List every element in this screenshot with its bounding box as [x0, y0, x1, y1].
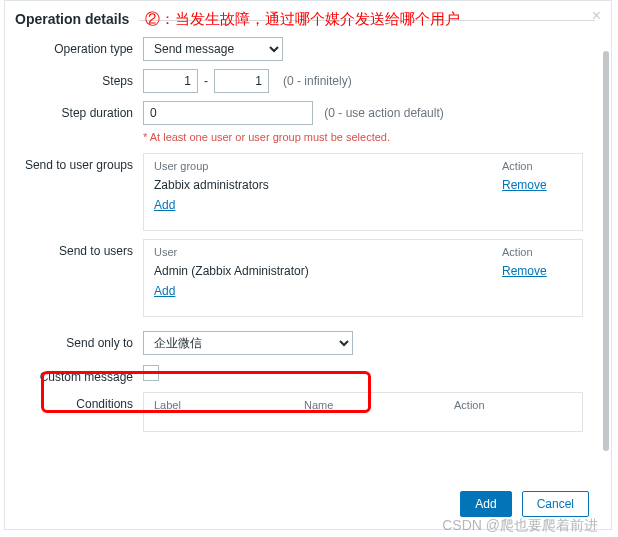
table-row: Admin (Zabbix Administrator) Remove — [154, 264, 572, 278]
user-groups-head: User group Action — [154, 160, 572, 172]
cond-head-label: Label — [154, 399, 304, 411]
ug-add-row: Add — [154, 198, 572, 212]
user-groups-table: User group Action Zabbix administrators … — [143, 153, 583, 231]
u-add-row: Add — [154, 284, 572, 298]
u-head-action: Action — [502, 246, 572, 258]
steps-dash: - — [204, 74, 208, 88]
send-only-to-select[interactable]: 企业微信 — [143, 331, 353, 355]
label-operation-type: Operation type — [15, 37, 143, 56]
label-send-only-to: Send only to — [15, 331, 143, 350]
u-add-link[interactable]: Add — [154, 284, 175, 298]
step-duration-input[interactable] — [143, 101, 313, 125]
footer-buttons: Add Cancel — [460, 491, 589, 517]
row-step-duration: Step duration (0 - use action default) A… — [15, 101, 595, 143]
users-head: User Action — [154, 246, 572, 258]
label-conditions: Conditions — [15, 392, 143, 411]
ug-add-link[interactable]: Add — [154, 198, 175, 212]
conditions-head: Label Name Action — [154, 399, 572, 411]
steps-to-input[interactable] — [214, 69, 269, 93]
conditions-table: Label Name Action — [143, 392, 583, 432]
steps-hint: (0 - infinitely) — [283, 74, 352, 88]
red-annotation: ②：当发生故障，通过哪个媒介发送给哪个用户 — [145, 10, 460, 29]
u-remove-link[interactable]: Remove — [502, 264, 572, 278]
scrollbar-thumb[interactable] — [603, 51, 609, 451]
ug-remove-link[interactable]: Remove — [502, 178, 572, 192]
cancel-button[interactable]: Cancel — [522, 491, 589, 517]
add-button[interactable]: Add — [460, 491, 511, 517]
label-steps: Steps — [15, 69, 143, 88]
table-row: Zabbix administrators Remove — [154, 178, 572, 192]
label-user-groups: Send to user groups — [15, 153, 143, 172]
ug-row-name: Zabbix administrators — [154, 178, 502, 192]
row-user-groups: Send to user groups User group Action Za… — [15, 153, 595, 231]
row-users: Send to users User Action Admin (Zabbix … — [15, 239, 595, 317]
label-users: Send to users — [15, 239, 143, 258]
cond-head-name: Name — [304, 399, 454, 411]
ug-head-main: User group — [154, 160, 502, 172]
modal-title: Operation details — [15, 11, 129, 27]
u-row-name: Admin (Zabbix Administrator) — [154, 264, 502, 278]
steps-from-input[interactable] — [143, 69, 198, 93]
close-icon[interactable]: × — [592, 7, 601, 25]
cond-head-action: Action — [454, 399, 564, 411]
label-custom-message: Custom message — [15, 365, 143, 384]
step-duration-hint: (0 - use action default) — [324, 106, 443, 120]
row-custom-message: Custom message — [15, 365, 595, 384]
row-operation-type: Operation type Send message — [15, 37, 595, 61]
custom-message-checkbox[interactable] — [143, 365, 159, 381]
row-send-only-to: Send only to 企业微信 — [15, 331, 595, 355]
operation-type-select[interactable]: Send message — [143, 37, 283, 61]
required-note: At least one user or user group must be … — [143, 131, 595, 143]
row-conditions: Conditions Label Name Action — [15, 392, 595, 432]
label-step-duration: Step duration — [15, 101, 143, 120]
ug-head-action: Action — [502, 160, 572, 172]
u-head-main: User — [154, 246, 502, 258]
row-steps: Steps - (0 - infinitely) — [15, 69, 595, 93]
operation-details-modal: × Operation details ②：当发生故障，通过哪个媒介发送给哪个用… — [4, 0, 612, 530]
users-table: User Action Admin (Zabbix Administrator)… — [143, 239, 583, 317]
